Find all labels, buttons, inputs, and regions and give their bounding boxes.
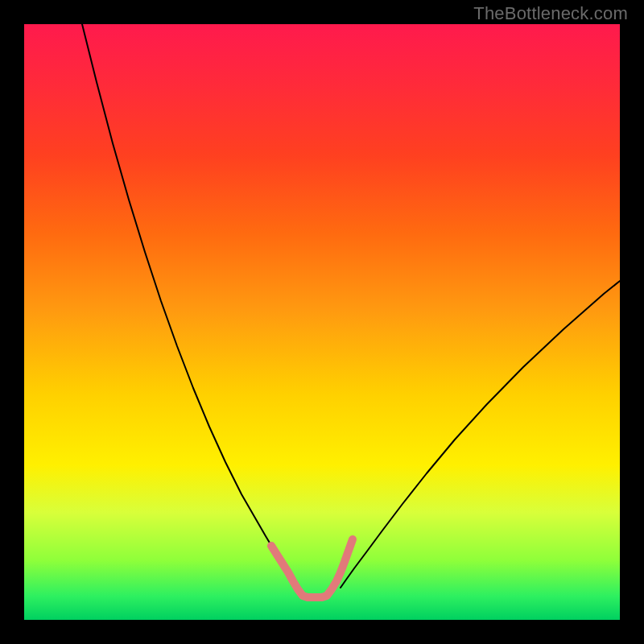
- chart-frame: [16, 16, 628, 628]
- right-branch-line: [341, 281, 620, 588]
- curves-svg: [24, 24, 620, 620]
- watermark-text: TheBottleneck.com: [473, 3, 628, 24]
- plot-area: [24, 24, 620, 620]
- trough-marker-line: [271, 539, 353, 597]
- left-branch-line: [82, 24, 295, 589]
